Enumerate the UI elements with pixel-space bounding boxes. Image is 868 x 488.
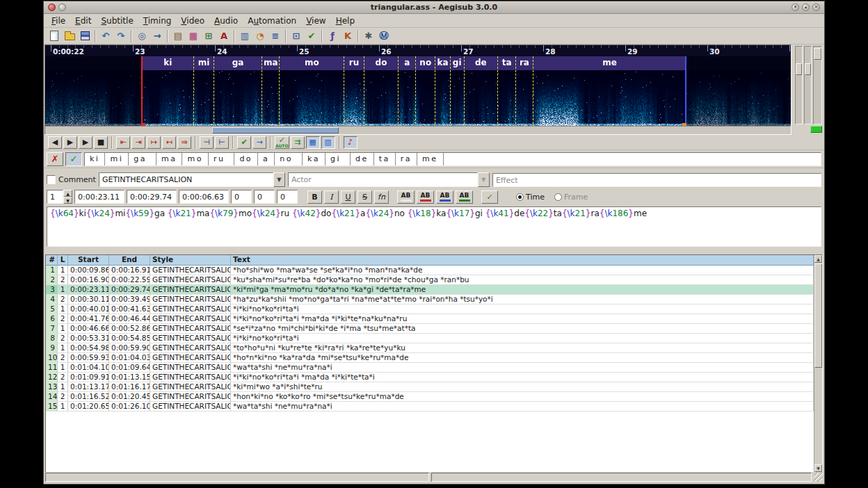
audio-syllable-a[interactable]: a	[399, 56, 416, 127]
go-to-selection-button[interactable]: →	[252, 136, 266, 149]
scroll-up-icon[interactable]: ▲	[814, 255, 822, 263]
commit-button-edit[interactable]: ✓	[481, 190, 498, 204]
text-cell[interactable]: *hon*ki*no *ko*ko*ro *mi*se*tsu*ke*ru*ma…	[231, 392, 814, 402]
underline-button[interactable]: U	[341, 190, 355, 204]
audio-syllable-ra[interactable]: ra	[516, 56, 533, 127]
subtitle-row-5[interactable]: 510:00:40.010:00:41.63GETINTHECARITSALIO…	[46, 304, 814, 314]
start-time-cell[interactable]: 0:01:20.65	[68, 402, 109, 412]
text-cell[interactable]: *ho*shi*wo *ma*wa*se *se*ka*i*no *man*na…	[231, 266, 814, 275]
audio-horizontal-scrollbar[interactable]	[45, 126, 791, 134]
selection-start-marker[interactable]	[141, 56, 143, 127]
karaoke-syllable-mo[interactable]: mo	[182, 153, 208, 165]
subtitle-row-15[interactable]: 1510:01:20.650:01:26.10GETINTHECARITSALI…	[46, 402, 814, 412]
menu-edit[interactable]: Edit	[70, 15, 96, 27]
select-lines-icon[interactable]: ▥	[237, 29, 252, 43]
audio-syllable-ki[interactable]: ki	[142, 56, 195, 127]
primary-color-button[interactable]: AB	[397, 190, 415, 204]
end-time-cell[interactable]: 0:00:41.63	[109, 304, 150, 314]
layer-cell[interactable]: 1	[58, 402, 68, 412]
subtitle-row-8[interactable]: 820:00:53.310:00:54.85GETINTHECARITSALIO…	[46, 334, 814, 343]
karaoke-syllable-de[interactable]: de	[351, 153, 374, 165]
menu-subtitle[interactable]: Subtitle	[96, 15, 138, 27]
play-500ms-before-button[interactable]: ⇤	[116, 136, 130, 149]
effect-field[interactable]: Effect	[492, 173, 821, 187]
grid-vertical-scrollbar[interactable]: ▲ ▼	[814, 255, 822, 472]
karaoke-accept-button[interactable]: ✓	[65, 152, 82, 166]
style-cell[interactable]: GETINTHECARITSALION	[150, 373, 231, 382]
start-time-cell[interactable]: 0:00:46.66	[68, 324, 109, 334]
layer-cell[interactable]: 2	[58, 275, 68, 285]
text-cell[interactable]: *ha*zu*ka*shii *mo*no*ga*ta*ri *na*me*at…	[231, 295, 814, 304]
text-cell[interactable]: *i*ki*no*ko*ri*ta*i *ma*da *i*ki*te*ta*i	[231, 373, 814, 382]
margin-right-field[interactable]: 0	[254, 190, 275, 204]
row-number-cell[interactable]: 13	[46, 382, 58, 392]
subtitle-row-12[interactable]: 1220:01:09.910:01:13.15GETINTHECARITSALI…	[46, 373, 814, 382]
subtitle-row-1[interactable]: 110:00:09.860:00:16.91GETINTHECARITSALIO…	[46, 266, 814, 275]
karaoke-syllable-ki[interactable]: ki	[85, 153, 105, 165]
text-cell[interactable]: *ho*n*ki*no *ka*ra*da *mi*se*tsu*ke*ru*m…	[231, 353, 814, 363]
style-dropdown-icon[interactable]: ▼	[273, 172, 285, 187]
audio-syllable-ka[interactable]: ka	[435, 56, 450, 127]
row-number-cell[interactable]: 12	[46, 373, 58, 382]
row-number-cell[interactable]: 15	[46, 402, 58, 412]
layer-cell[interactable]: 2	[58, 314, 68, 324]
new-subtitles-icon[interactable]	[47, 29, 62, 43]
style-cell[interactable]: GETINTHECARITSALION	[150, 314, 231, 324]
spell-checker-icon[interactable]: ✔	[304, 29, 319, 43]
end-time-cell[interactable]: 0:00:16.91	[109, 266, 150, 275]
style-cell[interactable]: GETINTHECARITSALION	[150, 353, 231, 363]
commit-button[interactable]: ✔	[237, 136, 251, 149]
style-cell[interactable]: GETINTHECARITSALION	[150, 266, 231, 275]
karaoke-mode-toggle[interactable]: ♪	[344, 136, 357, 149]
vertical-zoom-slider[interactable]	[804, 46, 812, 124]
auto-next-toggle[interactable]: ⇉	[291, 136, 305, 149]
end-time-cell[interactable]: 0:00:54.85	[109, 334, 150, 343]
find-replace-icon[interactable]: ◎	[134, 29, 150, 43]
karaoke-syllable-no[interactable]: no	[275, 153, 303, 165]
style-cell[interactable]: GETINTHECARITSALION	[150, 324, 231, 334]
end-time-cell[interactable]: 0:01:26.10	[109, 402, 150, 412]
text-cell[interactable]: *ki*mi*wo *a*i*shi*te*ru	[231, 382, 814, 392]
karaoke-syllable-ru[interactable]: ru	[209, 153, 235, 165]
layer-cell[interactable]: 1	[58, 285, 68, 295]
karaoke-syllable-ra[interactable]: ra	[396, 153, 417, 165]
style-cell[interactable]: GETINTHECARITSALION	[150, 402, 231, 412]
text-cell[interactable]: *i*ki*no*ko*ri*ta*i *ma*da *i*ki*te*na*k…	[231, 314, 814, 324]
styles-manager-icon[interactable]: ▦	[186, 29, 201, 43]
layer-cell[interactable]: 2	[58, 334, 68, 343]
audio-syllable-ga[interactable]: ga	[214, 56, 263, 127]
horizontal-zoom-handle[interactable]	[796, 63, 802, 75]
secondary-color-button[interactable]: AB	[417, 190, 434, 204]
play-to-end-button[interactable]: ⇒	[177, 136, 191, 149]
row-number-cell[interactable]: 7	[46, 324, 58, 334]
jump-to-icon[interactable]: →	[150, 29, 165, 43]
open-subtitles-icon[interactable]	[62, 29, 77, 43]
start-time-cell[interactable]: 0:00:30.11	[68, 295, 109, 304]
audio-syllable-de[interactable]: de	[465, 56, 498, 127]
redo-icon[interactable]: ↷	[113, 29, 129, 43]
layer-down-icon[interactable]: ▼	[63, 197, 72, 204]
volume-slider[interactable]	[813, 46, 822, 124]
text-cell[interactable]: *ku*sha*mi*su*re*ba *do*ko*ka*no *mo*ri*…	[231, 275, 814, 285]
row-number-cell[interactable]: 4	[46, 295, 58, 304]
audio-syllable-do[interactable]: do	[364, 56, 399, 127]
start-time-cell[interactable]: 0:00:41.76	[68, 314, 109, 324]
layer-cell[interactable]: 2	[58, 353, 68, 363]
automation-icon[interactable]: ƒ	[325, 29, 340, 43]
text-cell[interactable]: *i*ki*no*ko*ri*ta*i	[231, 334, 814, 343]
audio-syllable-ma[interactable]: ma	[262, 56, 280, 127]
end-time-cell[interactable]: 0:00:39.49	[109, 295, 150, 304]
bold-button[interactable]: B	[307, 190, 322, 204]
karaoke-syllable-do[interactable]: do	[234, 153, 258, 165]
row-number-cell[interactable]: 1	[46, 266, 58, 275]
row-number-cell[interactable]: 3	[46, 285, 58, 295]
margin-left-field[interactable]: 0	[231, 190, 252, 204]
end-time-cell[interactable]: 0:01:13.15	[109, 373, 150, 382]
font-face-button[interactable]: fn	[374, 190, 389, 204]
karaoke-syllable-ga[interactable]: ga	[129, 153, 156, 165]
actor-combobox[interactable]: Actor ▼	[288, 172, 490, 187]
start-time-cell[interactable]: 0:01:04.10	[68, 363, 109, 373]
audio-scrollbar-thumb[interactable]	[212, 127, 339, 133]
scroll-down-icon[interactable]: ▼	[814, 464, 822, 472]
vertical-zoom-handle[interactable]	[805, 63, 811, 75]
